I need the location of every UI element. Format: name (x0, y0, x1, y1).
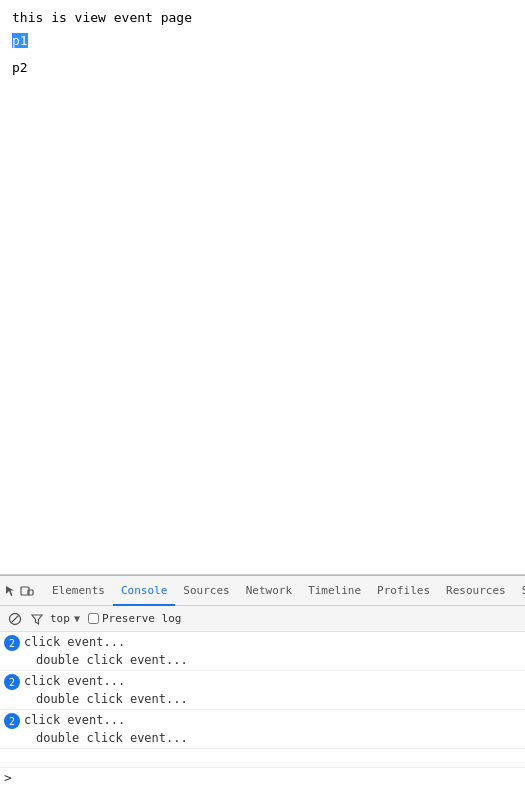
console-input[interactable] (16, 771, 521, 785)
console-line-1-1: click event... (24, 633, 525, 651)
inspect-element-icon[interactable] (4, 580, 18, 602)
filter-dropdown-arrow[interactable]: ▼ (74, 613, 80, 624)
console-line-2-1: click event... (24, 672, 525, 690)
tab-security[interactable]: Sec (514, 576, 525, 606)
svg-line-3 (12, 615, 19, 622)
console-input-line: > (0, 767, 525, 787)
console-entry-1: 2 click event... double click event... (0, 632, 525, 671)
console-badge-1: 2 (4, 635, 20, 651)
filter-top-text[interactable]: top (50, 612, 70, 625)
tab-console[interactable]: Console (113, 576, 175, 606)
console-messages-2: click event... double click event... (24, 672, 525, 708)
p1-highlighted: p1 (12, 33, 513, 48)
prompt-symbol: > (4, 770, 12, 785)
tab-profiles[interactable]: Profiles (369, 576, 438, 606)
console-entry-3: 2 click event... double click event... (0, 710, 525, 749)
console-badge-2: 2 (4, 674, 20, 690)
tab-network[interactable]: Network (238, 576, 300, 606)
devtools-panel: Elements Console Sources Network Timelin… (0, 575, 525, 787)
tab-timeline[interactable]: Timeline (300, 576, 369, 606)
console-line-1-2: double click event... (24, 651, 525, 669)
console-line-2-2: double click event... (24, 690, 525, 708)
console-toolbar: top ▼ Preserve log (0, 606, 525, 632)
console-messages-3: click event... double click event... (24, 711, 525, 747)
clear-console-icon[interactable] (6, 610, 24, 628)
tab-sources[interactable]: Sources (175, 576, 237, 606)
responsive-mode-icon[interactable] (20, 580, 34, 602)
tab-elements[interactable]: Elements (44, 576, 113, 606)
svg-marker-4 (32, 615, 42, 624)
preserve-log-label: Preserve log (102, 612, 181, 625)
filter-icon[interactable] (28, 610, 46, 628)
devtools-tab-bar: Elements Console Sources Network Timelin… (0, 576, 525, 606)
tab-resources[interactable]: Resources (438, 576, 514, 606)
console-messages-1: click event... double click event... (24, 633, 525, 669)
console-entry-2: 2 click event... double click event... (0, 671, 525, 710)
console-line-3-1: click event... (24, 711, 525, 729)
p1-text: p1 (12, 33, 28, 48)
preserve-log-checkbox[interactable] (88, 613, 99, 624)
preserve-log-area: Preserve log (88, 612, 181, 625)
console-line-3-2: double click event... (24, 729, 525, 747)
p2-text: p2 (12, 60, 513, 75)
filter-input-area: top ▼ (50, 612, 80, 625)
page-content: this is view event page p1 p2 (0, 0, 525, 575)
console-badge-3: 2 (4, 713, 20, 729)
page-description: this is view event page (12, 10, 513, 25)
console-output: 2 click event... double click event... 2… (0, 632, 525, 767)
